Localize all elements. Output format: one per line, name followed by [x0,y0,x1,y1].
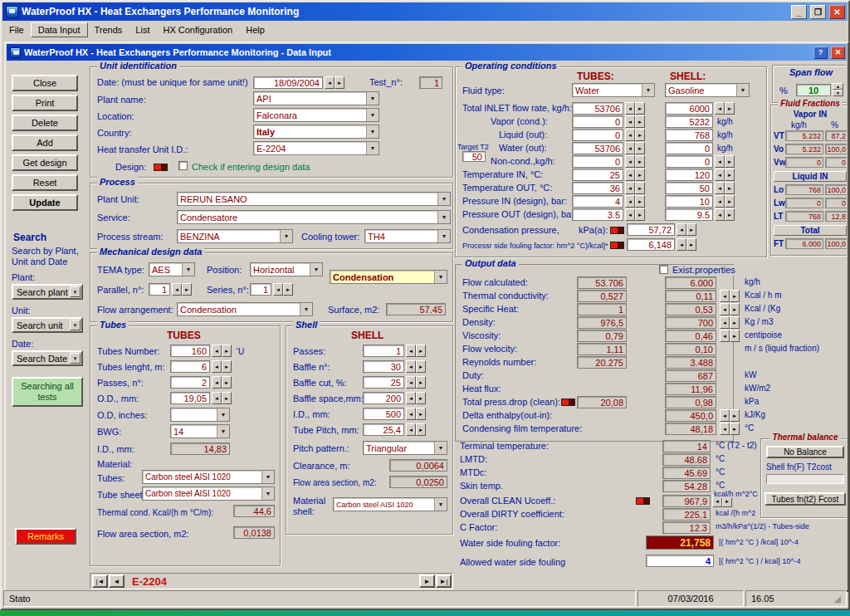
span-flow-spinner[interactable] [833,83,843,96]
dropdown-icon[interactable] [217,408,229,421]
dropdown-icon[interactable] [642,84,654,96]
opcond-shell-field[interactable]: 768 [665,129,713,141]
search-all-tests-button[interactable]: Searching all tests [12,377,83,407]
spinner[interactable] [715,169,735,181]
opcond-shell-field[interactable]: 9.5 [665,208,713,221]
search-date-select[interactable]: Search Date [12,350,83,366]
dropdown-icon[interactable] [70,353,81,364]
thermal-option-shell[interactable]: Shell fn(F) T2cost [766,462,832,472]
opcond-tubes-field[interactable]: 3.5 [572,208,623,221]
span-flow-field[interactable]: 10 [796,84,831,96]
flag-indicator[interactable] [561,398,575,406]
help-icon[interactable]: ? [813,46,828,59]
spinner[interactable] [625,129,645,141]
series-spinner[interactable] [273,283,293,296]
thermal-option-tubes[interactable]: Tubes fn(t2) Fcost [765,492,846,506]
opcond-shell-field[interactable]: 0 [665,142,713,154]
opcond-tubes-field[interactable]: 0 [572,129,623,141]
spinner[interactable] [625,169,645,181]
spinner[interactable] [720,330,740,342]
dropdown-icon[interactable] [366,125,379,138]
update-button[interactable]: Update [12,194,78,211]
dropdown-icon[interactable] [434,271,447,283]
dropdown-icon[interactable] [310,263,322,276]
design-checkbox[interactable] [178,161,188,170]
country-select[interactable]: Italy [253,125,379,139]
position-select[interactable]: Horizontal [250,262,323,276]
menu-help[interactable]: Help [239,23,271,37]
dropdown-icon[interactable] [434,498,447,511]
reset-button[interactable]: Reset [12,174,78,191]
flag-indicator[interactable] [610,242,624,249]
opcond-tubes-field[interactable]: 0 [572,155,623,168]
delete-button[interactable]: Delete [12,115,78,131]
dropdown-icon[interactable] [300,303,312,315]
opcond-tubes-field[interactable]: 53706 [572,142,623,154]
close-button[interactable]: Close [12,75,78,91]
baffle-space-spinner[interactable] [406,392,426,404]
shell-passes-spinner[interactable] [406,345,426,357]
parallel-field[interactable]: 1 [149,283,170,296]
opcond-shell-field[interactable]: 0 [665,155,713,168]
nav-prev-icon[interactable]: ◄ [109,574,125,588]
opcond-shell-field[interactable]: 120 [665,169,713,181]
baffle-cut-spinner[interactable] [406,376,426,389]
spinner[interactable] [625,195,645,208]
tubes-passes-spinner[interactable] [212,376,232,389]
design-flag-indicator[interactable] [154,164,168,171]
spinner[interactable] [625,102,645,115]
bwg-select[interactable]: 14 [170,424,230,438]
spinner[interactable] [720,303,740,315]
fluid-tubes-select[interactable]: Water [572,83,655,97]
dropdown-icon[interactable] [366,142,379,154]
shell-passes-field[interactable]: 1 [363,345,404,357]
opcond-shell-field[interactable]: 5232 [665,115,713,128]
dropdown-icon[interactable] [366,92,379,105]
opcond-tubes-field[interactable]: 4 [572,195,623,208]
shell-material-select[interactable]: Carbon steel AISI 1020 [333,497,447,511]
location-select[interactable]: Falconara [253,108,379,122]
process-stream-select[interactable]: BENZINA [177,229,293,243]
spinner[interactable] [715,182,735,194]
close-icon[interactable]: ✕ [831,46,845,59]
menu-data-input[interactable]: Data Input [31,22,88,37]
minimize-button[interactable]: _ [791,5,807,19]
baffle-number-spinner[interactable] [406,360,426,373]
dropdown-icon[interactable] [437,211,450,223]
spinner[interactable] [715,208,735,221]
add-button[interactable]: Add [12,134,78,151]
spinner[interactable] [677,238,696,251]
menu-trends[interactable]: Trends [88,23,129,37]
opcond-shell-field[interactable]: 10 [665,195,713,208]
tema-type-select[interactable]: AES [149,262,195,276]
baffle-number-field[interactable]: 30 [363,360,404,373]
tube-pitch-field[interactable]: 25,4 [363,423,404,436]
spinner[interactable] [720,316,740,329]
od-inches-select[interactable] [170,408,230,422]
opcond-tubes-field[interactable]: 25 [572,169,623,181]
baffle-space-field[interactable]: 200 [363,392,404,404]
date-field[interactable]: 18/09/2004 [253,76,323,89]
spinner[interactable] [715,195,735,208]
opcond-shell-field[interactable]: 50 [665,182,713,194]
dropdown-icon[interactable] [217,425,229,438]
unit-id-select[interactable]: E-2204 [253,141,379,155]
series-field[interactable]: 1 [250,283,271,296]
dropdown-icon[interactable] [280,230,292,242]
spinner[interactable] [625,182,645,194]
tubes-od-field[interactable]: 19,05 [170,392,210,404]
condensation-pressure-field[interactable]: 57,72 [627,223,675,236]
flag-indicator[interactable] [636,497,650,505]
process-fouling-field[interactable]: 6,148 [627,238,675,251]
tubes-length-field[interactable]: 6 [170,360,210,373]
dropdown-icon[interactable] [366,109,379,121]
allowed-fouling-field[interactable]: 4 [646,555,714,567]
tubes-number-field[interactable]: 160 [170,345,210,357]
dropdown-icon[interactable] [70,286,81,297]
plant-unit-select[interactable]: RERUN ESANO [177,192,451,206]
flow-arrangement-select[interactable]: Condensation [177,302,313,316]
menu-hx-configuration[interactable]: HX Configuration [156,23,239,37]
get-design-button[interactable]: Get design [12,154,78,171]
pitch-pattern-select[interactable]: Triangular [363,441,447,455]
dropdown-icon[interactable] [261,471,274,483]
